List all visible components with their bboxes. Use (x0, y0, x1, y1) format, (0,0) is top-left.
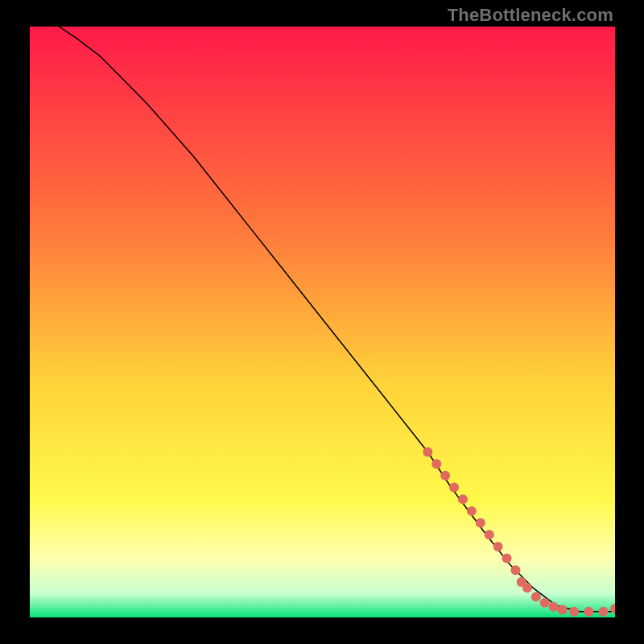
data-marker (431, 459, 441, 469)
data-marker (558, 605, 568, 614)
chart-svg (30, 27, 615, 617)
data-marker (449, 483, 459, 493)
data-marker (502, 554, 512, 564)
data-marker (476, 518, 485, 528)
data-marker (584, 607, 593, 617)
data-marker (540, 598, 550, 608)
data-marker (493, 542, 503, 551)
data-marker (531, 592, 541, 601)
data-marker (549, 602, 559, 612)
watermark-text: TheBottleneck.com (448, 5, 613, 26)
plot-area (30, 27, 615, 617)
data-marker (467, 506, 477, 516)
data-marker (569, 607, 579, 617)
data-marker (485, 530, 494, 539)
chart-frame: TheBottleneck.com (0, 0, 644, 644)
data-marker (598, 607, 608, 617)
data-marker (522, 583, 532, 592)
gradient-background (30, 27, 615, 617)
data-marker (458, 494, 468, 504)
data-marker (510, 565, 520, 575)
data-marker (423, 447, 432, 456)
data-marker (440, 471, 450, 481)
